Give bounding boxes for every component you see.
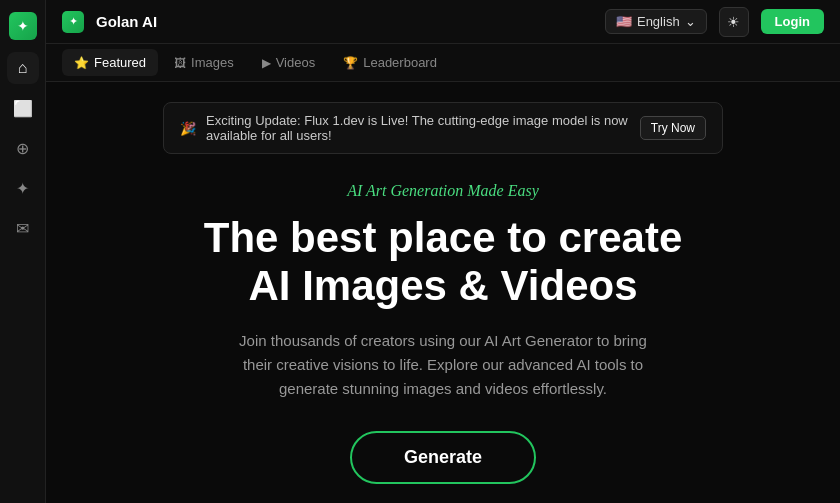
tab-videos-label: Videos [276,55,316,70]
banner-emoji: 🎉 [180,121,196,136]
sidebar-item-home[interactable]: ⌂ [7,52,39,84]
sidebar-item-star[interactable]: ✦ [7,172,39,204]
login-button[interactable]: Login [761,9,824,34]
tab-videos[interactable]: ▶ Videos [250,49,328,76]
app-title: Golan AI [96,13,157,30]
sidebar: ✦ ⌂ ⬜ ⊕ ✦ ✉ [0,0,46,503]
topnav: ✦ Golan AI 🇺🇸 English ⌄ ☀ Login [46,0,840,44]
sidebar-item-globe[interactable]: ⊕ [7,132,39,164]
flag-icon: 🇺🇸 [616,14,632,29]
sidebar-item-image[interactable]: ⬜ [7,92,39,124]
try-now-button[interactable]: Try Now [640,116,706,140]
hero-title-line2: AI Images & Videos [248,262,637,309]
images-icon: 🖼 [174,56,186,70]
app-logo: ✦ [62,11,84,33]
tab-featured[interactable]: ⭐ Featured [62,49,158,76]
announcement-banner: 🎉 Exciting Update: Flux 1.dev is Live! T… [163,102,723,154]
language-label: English [637,14,680,29]
tab-leaderboard[interactable]: 🏆 Leaderboard [331,49,449,76]
theme-toggle-button[interactable]: ☀ [719,7,749,37]
banner-text: Exciting Update: Flux 1.dev is Live! The… [206,113,630,143]
leaderboard-icon: 🏆 [343,56,358,70]
tab-images[interactable]: 🖼 Images [162,49,246,76]
content-area: 🎉 Exciting Update: Flux 1.dev is Live! T… [46,82,840,503]
app-logo-icon: ✦ [69,15,78,28]
language-selector[interactable]: 🇺🇸 English ⌄ [605,9,707,34]
hero-subtitle: Join thousands of creators using our AI … [223,329,663,401]
sidebar-item-mail[interactable]: ✉ [7,212,39,244]
chevron-icon: ⌄ [685,14,696,29]
hero-tagline: AI Art Generation Made Easy [204,182,683,200]
sun-icon: ☀ [727,14,740,30]
logo-icon: ✦ [17,18,29,34]
main-area: ✦ Golan AI 🇺🇸 English ⌄ ☀ Login ⭐ Featur… [46,0,840,503]
hero-section: AI Art Generation Made Easy The best pla… [204,182,683,484]
tab-images-label: Images [191,55,234,70]
videos-icon: ▶ [262,56,271,70]
tab-featured-label: Featured [94,55,146,70]
sidebar-logo: ✦ [9,12,37,40]
hero-title: The best place to create AI Images & Vid… [204,214,683,311]
generate-button[interactable]: Generate [350,431,536,484]
tabbar: ⭐ Featured 🖼 Images ▶ Videos 🏆 Leaderboa… [46,44,840,82]
featured-icon: ⭐ [74,56,89,70]
tab-leaderboard-label: Leaderboard [363,55,437,70]
hero-title-line1: The best place to create [204,214,683,261]
